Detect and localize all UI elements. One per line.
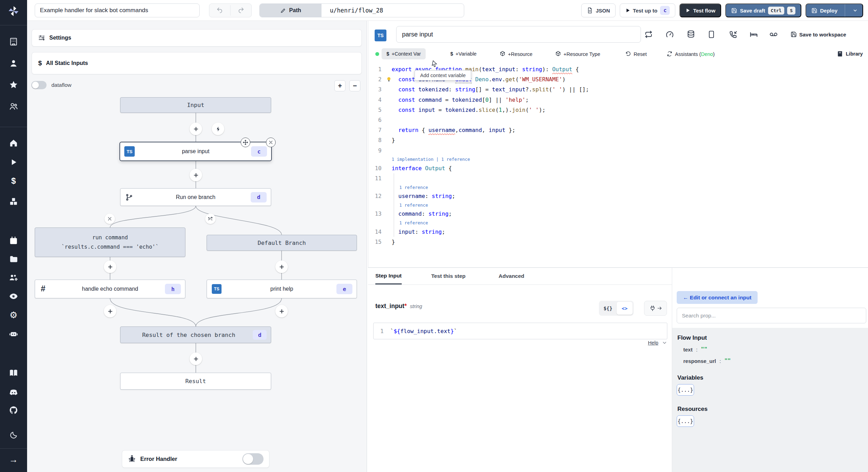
reset-button[interactable]: Reset [625,51,647,57]
divider [845,4,845,17]
json-mode-button[interactable]: ${} [600,302,616,315]
repeat-icon[interactable] [644,30,653,39]
flow-node-result[interactable]: Result [120,373,271,390]
path-field[interactable]: Path u/henri/flow_28 [259,3,464,17]
resources-icon[interactable] [9,197,18,206]
dollar-icon: $ [450,51,453,57]
prop-text[interactable]: text:"" [683,346,707,353]
workers-icon[interactable] [9,273,18,282]
docs-book-icon[interactable] [9,368,18,378]
user-icon[interactable] [9,59,18,68]
expression-editor[interactable]: 1 `${flow_input.text}` [373,323,667,339]
resources-object-chip[interactable]: {...} [677,415,694,427]
flow-node-print-help[interactable]: TS print help e [207,280,357,298]
save-draft-button[interactable]: Save draft Ctrl S [725,3,801,17]
flow-node-handle-echo-command[interactable]: # handle echo command h [35,280,185,298]
github-icon[interactable] [9,405,18,415]
undo-button[interactable] [209,4,230,17]
database-icon[interactable] [687,30,695,39]
tooltip: Add context variable [415,70,471,81]
sidebar-divider [0,25,27,25]
windmill-logo-icon[interactable] [8,5,19,17]
flow-node-run-one-branch[interactable]: Run one branch d [120,188,271,206]
redo-button[interactable] [231,4,251,17]
expand-arrow-icon[interactable]: → [9,454,18,465]
undo-circle-icon [625,51,631,57]
error-handler-node[interactable]: Error Handler [122,450,269,468]
variables-object-chip[interactable]: {...} [677,384,694,396]
connect-input-plug-button[interactable] [644,301,667,316]
discord-icon[interactable] [9,388,18,397]
folders-icon[interactable] [9,255,18,264]
code-mode-button[interactable]: <> [617,302,633,315]
assistants-button[interactable]: Assistants (Deno) [667,51,715,57]
code-editor[interactable]: 1export async function main(text_input: … [368,64,868,247]
insert-step-button[interactable] [190,353,202,365]
insert-step-button[interactable] [275,260,288,273]
runs-icon[interactable] [9,158,18,166]
audit-eye-icon[interactable] [9,292,18,301]
remove-branch-button[interactable] [105,214,115,224]
favorites-star-icon[interactable] [9,80,18,89]
trigger-lightning-button[interactable] [212,123,224,135]
path-chip: Path [260,4,322,17]
flow-title-input[interactable] [35,3,200,17]
resources-title: Resources [677,406,708,413]
insert-step-button[interactable] [104,260,116,273]
typescript-icon: TS [212,284,222,294]
json-button[interactable]: JSON [581,3,616,17]
insert-step-button[interactable] [275,305,288,317]
ai-robot-icon[interactable] [9,329,18,339]
groups-icon[interactable] [9,102,18,111]
settings-gear-icon[interactable]: ⚙ [9,310,17,321]
tablet-icon[interactable] [707,30,716,39]
search-prop-input[interactable] [677,308,866,323]
tab-advanced[interactable]: Advanced [499,268,524,284]
workspace-icon[interactable] [9,37,18,46]
help-row: Help [368,340,667,346]
deploy-button-group: Deploy [806,3,863,17]
flow-node-result-of-chosen-branch[interactable]: Result of the chosen branch d [120,326,271,343]
sidebar-divider [0,448,27,449]
gauge-icon[interactable] [666,30,674,39]
voicemail-icon[interactable] [769,30,778,39]
insert-step-button[interactable] [104,305,116,317]
dark-mode-moon-icon[interactable] [9,431,18,440]
pencil-icon [280,8,286,14]
deploy-button[interactable]: Deploy [806,4,842,17]
tab-test-this-step[interactable]: Test this step [431,268,466,284]
delete-step-button[interactable] [266,138,276,147]
test-up-to-button[interactable]: Test up to c [620,3,676,17]
prop-response-url[interactable]: response_url:"" [683,358,731,364]
add-resource-button[interactable]: +Resource [500,51,533,57]
error-handler-toggle[interactable] [242,453,264,465]
add-variable-button[interactable]: $ +Variable [450,51,477,57]
lightbulb-icon[interactable] [386,76,392,83]
add-context-var-button[interactable]: $ +Context Var [382,48,426,59]
help-link[interactable]: Help [648,340,658,346]
home-icon[interactable] [9,139,18,148]
variables-icon[interactable]: $ [11,176,16,186]
bed-icon[interactable] [750,30,758,39]
tab-step-input[interactable]: Step Input [375,268,402,284]
schedules-calendar-icon[interactable] [9,236,18,245]
flow-node-default-branch[interactable]: Default Branch [207,235,357,251]
flow-node-run-command-branch[interactable]: run command `results.c.command === 'echo… [35,227,185,257]
flow-input-title: Flow Input [677,334,707,341]
typescript-icon: TS [124,146,135,157]
flow-node-input[interactable]: Input [120,97,271,113]
phone-incoming-icon[interactable] [729,30,738,39]
insert-step-button[interactable] [190,123,202,135]
move-step-button[interactable] [241,138,250,147]
test-flow-button[interactable]: Test flow [679,3,721,17]
deploy-dropdown-button[interactable] [848,4,862,17]
edit-or-connect-button[interactable]: ← Edit or connect an input [677,291,758,304]
add-resource-type-button[interactable]: +Resource Type [555,51,600,57]
add-branch-shuffle-button[interactable] [205,214,216,224]
step-id-badge: d [251,192,267,202]
step-name-input[interactable] [396,26,641,43]
field-type: string [410,304,422,309]
save-to-workspace-button[interactable]: Save to workspace [791,31,846,38]
library-button[interactable]: Library [837,51,863,57]
insert-step-button[interactable] [190,169,202,181]
